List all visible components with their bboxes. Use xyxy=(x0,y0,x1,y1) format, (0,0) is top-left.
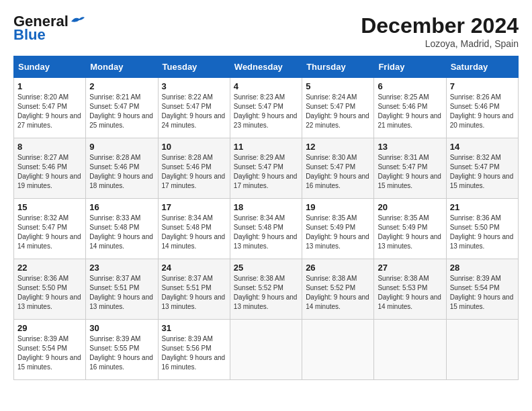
table-row xyxy=(374,320,446,380)
day-info: Sunrise: 8:38 AM Sunset: 5:52 PM Dayligh… xyxy=(234,274,298,312)
day-info: Sunrise: 8:39 AM Sunset: 5:54 PM Dayligh… xyxy=(450,274,515,312)
calendar-table: Sunday Monday Tuesday Wednesday Thursday… xyxy=(13,56,519,380)
table-row: 18 Sunrise: 8:34 AM Sunset: 5:48 PM Dayl… xyxy=(230,199,302,259)
day-number: 31 xyxy=(162,323,226,333)
day-info: Sunrise: 8:28 AM Sunset: 5:46 PM Dayligh… xyxy=(89,153,154,191)
table-row: 26 Sunrise: 8:38 AM Sunset: 5:52 PM Dayl… xyxy=(302,259,374,320)
table-row: 14 Sunrise: 8:32 AM Sunset: 5:47 PM Dayl… xyxy=(446,138,518,199)
day-info: Sunrise: 8:37 AM Sunset: 5:51 PM Dayligh… xyxy=(162,274,226,312)
calendar-week-row: 8 Sunrise: 8:27 AM Sunset: 5:46 PM Dayli… xyxy=(14,138,519,199)
table-row: 23 Sunrise: 8:37 AM Sunset: 5:51 PM Dayl… xyxy=(86,259,158,320)
day-number: 22 xyxy=(17,263,82,273)
table-row: 6 Sunrise: 8:25 AM Sunset: 5:46 PM Dayli… xyxy=(374,78,446,138)
day-info: Sunrise: 8:33 AM Sunset: 5:48 PM Dayligh… xyxy=(89,214,154,251)
day-number: 15 xyxy=(17,202,82,212)
table-row: 2 Sunrise: 8:21 AM Sunset: 5:47 PM Dayli… xyxy=(86,78,158,138)
calendar-week-row: 1 Sunrise: 8:20 AM Sunset: 5:47 PM Dayli… xyxy=(14,78,519,138)
col-monday: Monday xyxy=(86,56,158,78)
day-info: Sunrise: 8:36 AM Sunset: 5:50 PM Dayligh… xyxy=(17,274,82,312)
day-number: 30 xyxy=(89,323,154,333)
day-info: Sunrise: 8:20 AM Sunset: 5:47 PM Dayligh… xyxy=(17,93,82,130)
day-number: 6 xyxy=(378,81,442,91)
month-title: December 2024 xyxy=(361,13,519,38)
table-row: 16 Sunrise: 8:33 AM Sunset: 5:48 PM Dayl… xyxy=(86,199,158,259)
table-row: 29 Sunrise: 8:39 AM Sunset: 5:54 PM Dayl… xyxy=(14,320,86,380)
table-row: 15 Sunrise: 8:32 AM Sunset: 5:47 PM Dayl… xyxy=(14,199,86,259)
table-row: 27 Sunrise: 8:38 AM Sunset: 5:53 PM Dayl… xyxy=(374,259,446,320)
day-number: 23 xyxy=(89,263,154,273)
day-number: 27 xyxy=(378,263,442,273)
day-number: 21 xyxy=(450,202,515,212)
table-row: 1 Sunrise: 8:20 AM Sunset: 5:47 PM Dayli… xyxy=(14,78,86,138)
day-info: Sunrise: 8:22 AM Sunset: 5:47 PM Dayligh… xyxy=(162,93,226,130)
table-row: 11 Sunrise: 8:29 AM Sunset: 5:47 PM Dayl… xyxy=(230,138,302,199)
day-info: Sunrise: 8:32 AM Sunset: 5:47 PM Dayligh… xyxy=(450,153,515,191)
day-number: 17 xyxy=(162,202,226,212)
table-row: 17 Sunrise: 8:34 AM Sunset: 5:48 PM Dayl… xyxy=(158,199,230,259)
table-row: 9 Sunrise: 8:28 AM Sunset: 5:46 PM Dayli… xyxy=(86,138,158,199)
day-number: 8 xyxy=(17,142,82,152)
table-row xyxy=(230,320,302,380)
col-tuesday: Tuesday xyxy=(158,56,230,78)
page-header: General Blue December 2024 Lozoya, Madri… xyxy=(13,13,519,49)
table-row: 3 Sunrise: 8:22 AM Sunset: 5:47 PM Dayli… xyxy=(158,78,230,138)
day-number: 9 xyxy=(89,142,154,152)
day-number: 7 xyxy=(450,81,515,91)
day-info: Sunrise: 8:26 AM Sunset: 5:46 PM Dayligh… xyxy=(450,93,515,130)
day-number: 24 xyxy=(162,263,226,273)
day-info: Sunrise: 8:39 AM Sunset: 5:54 PM Dayligh… xyxy=(17,334,82,372)
day-info: Sunrise: 8:28 AM Sunset: 5:46 PM Dayligh… xyxy=(162,153,226,191)
day-number: 19 xyxy=(306,202,370,212)
day-info: Sunrise: 8:35 AM Sunset: 5:49 PM Dayligh… xyxy=(378,214,442,251)
title-block: December 2024 Lozoya, Madrid, Spain xyxy=(361,13,519,49)
day-number: 4 xyxy=(234,81,298,91)
table-row: 28 Sunrise: 8:39 AM Sunset: 5:54 PM Dayl… xyxy=(446,259,518,320)
day-number: 11 xyxy=(234,142,298,152)
col-friday: Friday xyxy=(374,56,446,78)
day-info: Sunrise: 8:27 AM Sunset: 5:46 PM Dayligh… xyxy=(17,153,82,191)
col-sunday: Sunday xyxy=(14,56,86,78)
day-info: Sunrise: 8:21 AM Sunset: 5:47 PM Dayligh… xyxy=(89,93,154,130)
day-number: 20 xyxy=(378,202,442,212)
logo-text: General Blue xyxy=(13,13,86,43)
day-number: 26 xyxy=(306,263,370,273)
day-info: Sunrise: 8:37 AM Sunset: 5:51 PM Dayligh… xyxy=(89,274,154,312)
table-row: 20 Sunrise: 8:35 AM Sunset: 5:49 PM Dayl… xyxy=(374,199,446,259)
col-wednesday: Wednesday xyxy=(230,56,302,78)
location: Lozoya, Madrid, Spain xyxy=(361,38,519,49)
day-info: Sunrise: 8:31 AM Sunset: 5:47 PM Dayligh… xyxy=(378,153,442,191)
day-number: 12 xyxy=(306,142,370,152)
day-info: Sunrise: 8:34 AM Sunset: 5:48 PM Dayligh… xyxy=(234,214,298,251)
table-row: 31 Sunrise: 8:39 AM Sunset: 5:56 PM Dayl… xyxy=(158,320,230,380)
table-row: 7 Sunrise: 8:26 AM Sunset: 5:46 PM Dayli… xyxy=(446,78,518,138)
table-row xyxy=(302,320,374,380)
table-row: 19 Sunrise: 8:35 AM Sunset: 5:49 PM Dayl… xyxy=(302,199,374,259)
day-number: 16 xyxy=(89,202,154,212)
col-saturday: Saturday xyxy=(446,56,518,78)
day-number: 2 xyxy=(89,81,154,91)
day-info: Sunrise: 8:24 AM Sunset: 5:47 PM Dayligh… xyxy=(306,93,370,130)
day-info: Sunrise: 8:34 AM Sunset: 5:48 PM Dayligh… xyxy=(162,214,226,251)
logo-bird-icon xyxy=(70,15,86,28)
logo: General Blue xyxy=(13,13,86,43)
table-row: 30 Sunrise: 8:39 AM Sunset: 5:55 PM Dayl… xyxy=(86,320,158,380)
day-number: 28 xyxy=(450,263,515,273)
day-info: Sunrise: 8:32 AM Sunset: 5:47 PM Dayligh… xyxy=(17,214,82,251)
day-info: Sunrise: 8:30 AM Sunset: 5:47 PM Dayligh… xyxy=(306,153,370,191)
calendar-week-row: 29 Sunrise: 8:39 AM Sunset: 5:54 PM Dayl… xyxy=(14,320,519,380)
day-info: Sunrise: 8:39 AM Sunset: 5:55 PM Dayligh… xyxy=(89,334,154,372)
table-row: 22 Sunrise: 8:36 AM Sunset: 5:50 PM Dayl… xyxy=(14,259,86,320)
calendar-header-row: Sunday Monday Tuesday Wednesday Thursday… xyxy=(14,56,519,78)
table-row xyxy=(446,320,518,380)
table-row: 10 Sunrise: 8:28 AM Sunset: 5:46 PM Dayl… xyxy=(158,138,230,199)
table-row: 13 Sunrise: 8:31 AM Sunset: 5:47 PM Dayl… xyxy=(374,138,446,199)
table-row: 5 Sunrise: 8:24 AM Sunset: 5:47 PM Dayli… xyxy=(302,78,374,138)
day-info: Sunrise: 8:39 AM Sunset: 5:56 PM Dayligh… xyxy=(162,334,226,372)
table-row: 21 Sunrise: 8:36 AM Sunset: 5:50 PM Dayl… xyxy=(446,199,518,259)
day-number: 29 xyxy=(17,323,82,333)
day-info: Sunrise: 8:29 AM Sunset: 5:47 PM Dayligh… xyxy=(234,153,298,191)
calendar-week-row: 15 Sunrise: 8:32 AM Sunset: 5:47 PM Dayl… xyxy=(14,199,519,259)
day-info: Sunrise: 8:23 AM Sunset: 5:47 PM Dayligh… xyxy=(234,93,298,130)
table-row: 8 Sunrise: 8:27 AM Sunset: 5:46 PM Dayli… xyxy=(14,138,86,199)
day-info: Sunrise: 8:38 AM Sunset: 5:53 PM Dayligh… xyxy=(378,274,442,312)
